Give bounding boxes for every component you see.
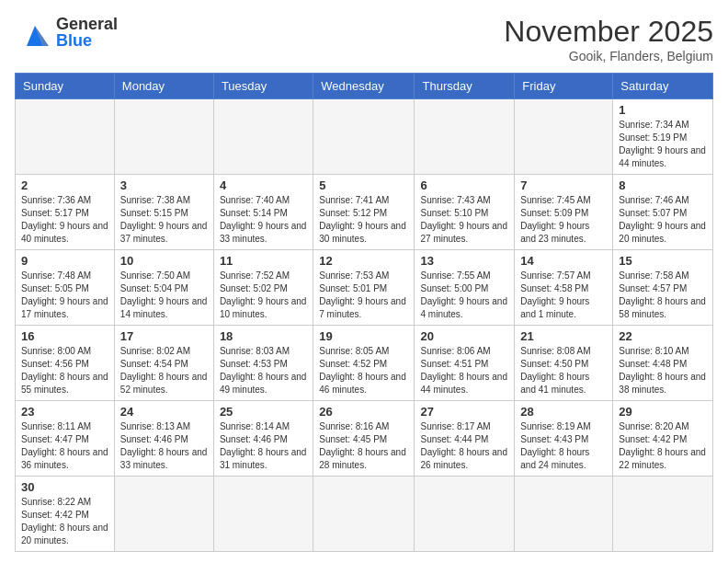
day-info: Sunrise: 7:58 AM Sunset: 4:57 PM Dayligh… [619,270,707,321]
calendar-cell [515,477,613,552]
day-info: Sunrise: 8:06 AM Sunset: 4:51 PM Dayligh… [420,345,508,396]
day-info: Sunrise: 7:46 AM Sunset: 5:07 PM Dayligh… [619,194,707,246]
calendar-cell [114,99,213,175]
day-info: Sunrise: 7:41 AM Sunset: 5:12 PM Dayligh… [319,194,408,246]
calendar-week-1: 2Sunrise: 7:36 AM Sunset: 5:17 PM Daylig… [16,175,713,250]
day-info: Sunrise: 8:17 AM Sunset: 4:44 PM Dayligh… [420,420,508,472]
logo-blue: Blue [56,32,118,49]
calendar-table: SundayMondayTuesdayWednesdayThursdayFrid… [15,73,713,552]
calendar-cell: 24Sunrise: 8:13 AM Sunset: 4:46 PM Dayli… [114,401,213,477]
day-number: 6 [420,178,508,192]
calendar-cell [16,99,115,175]
calendar-cell: 18Sunrise: 8:03 AM Sunset: 4:53 PM Dayli… [213,326,313,401]
calendar-cell: 15Sunrise: 7:58 AM Sunset: 4:57 PM Dayli… [613,250,713,326]
logo-general: General [56,16,118,32]
day-number: 18 [220,329,307,343]
day-info: Sunrise: 7:40 AM Sunset: 5:14 PM Dayligh… [220,194,307,246]
day-info: Sunrise: 7:43 AM Sunset: 5:10 PM Dayligh… [420,194,508,246]
day-info: Sunrise: 7:53 AM Sunset: 5:01 PM Dayligh… [319,270,408,321]
calendar-cell: 25Sunrise: 8:14 AM Sunset: 4:46 PM Dayli… [213,401,313,477]
header: General Blue November 2025 Gooik, Flande… [15,15,713,63]
day-number: 17 [120,329,208,343]
day-number: 3 [120,178,208,192]
calendar-cell: 27Sunrise: 8:17 AM Sunset: 4:44 PM Dayli… [415,401,515,477]
day-info: Sunrise: 8:08 AM Sunset: 4:50 PM Dayligh… [520,345,607,396]
day-info: Sunrise: 7:57 AM Sunset: 4:58 PM Dayligh… [520,270,607,321]
calendar-cell [313,477,415,552]
day-number: 19 [319,329,408,343]
day-number: 28 [520,405,607,419]
logo: General Blue [15,15,118,50]
calendar-cell: 28Sunrise: 8:19 AM Sunset: 4:43 PM Dayli… [515,401,613,477]
day-info: Sunrise: 8:11 AM Sunset: 4:47 PM Dayligh… [21,420,108,472]
subtitle: Gooik, Flanders, Belgium [504,49,713,63]
calendar-cell: 29Sunrise: 8:20 AM Sunset: 4:42 PM Dayli… [613,401,713,477]
calendar-cell [213,477,313,552]
calendar-cell [114,477,213,552]
weekday-header-wednesday: Wednesday [313,74,415,99]
calendar-cell [415,99,515,175]
day-info: Sunrise: 8:03 AM Sunset: 4:53 PM Dayligh… [220,345,307,396]
day-number: 1 [619,103,707,117]
day-number: 7 [520,178,607,192]
day-number: 30 [21,480,108,494]
calendar-cell: 22Sunrise: 8:10 AM Sunset: 4:48 PM Dayli… [613,326,713,401]
day-number: 25 [220,405,307,419]
weekday-header-friday: Friday [515,74,613,99]
calendar-cell: 12Sunrise: 7:53 AM Sunset: 5:01 PM Dayli… [313,250,415,326]
day-info: Sunrise: 7:34 AM Sunset: 5:19 PM Dayligh… [619,119,707,170]
calendar-cell [613,477,713,552]
day-info: Sunrise: 8:13 AM Sunset: 4:46 PM Dayligh… [120,420,208,472]
weekday-header-thursday: Thursday [415,74,515,99]
calendar-cell: 1Sunrise: 7:34 AM Sunset: 5:19 PM Daylig… [613,99,713,175]
day-info: Sunrise: 8:14 AM Sunset: 4:46 PM Dayligh… [220,420,307,472]
day-number: 12 [319,254,408,268]
day-number: 10 [120,254,208,268]
day-number: 16 [21,329,108,343]
calendar-cell: 13Sunrise: 7:55 AM Sunset: 5:00 PM Dayli… [415,250,515,326]
calendar-week-0: 1Sunrise: 7:34 AM Sunset: 5:19 PM Daylig… [16,99,713,175]
day-number: 27 [420,405,508,419]
day-number: 24 [120,405,208,419]
day-info: Sunrise: 8:10 AM Sunset: 4:48 PM Dayligh… [619,345,707,396]
day-info: Sunrise: 7:50 AM Sunset: 5:04 PM Dayligh… [120,270,208,321]
calendar-cell: 20Sunrise: 8:06 AM Sunset: 4:51 PM Dayli… [415,326,515,401]
calendar-cell [313,99,415,175]
calendar-cell: 11Sunrise: 7:52 AM Sunset: 5:02 PM Dayli… [213,250,313,326]
day-number: 20 [420,329,508,343]
day-number: 9 [21,254,108,268]
calendar-cell: 4Sunrise: 7:40 AM Sunset: 5:14 PM Daylig… [213,175,313,250]
calendar-cell: 8Sunrise: 7:46 AM Sunset: 5:07 PM Daylig… [613,175,713,250]
day-info: Sunrise: 8:00 AM Sunset: 4:56 PM Dayligh… [21,345,108,396]
calendar-week-4: 23Sunrise: 8:11 AM Sunset: 4:47 PM Dayli… [16,401,713,477]
calendar-cell [213,99,313,175]
calendar-week-3: 16Sunrise: 8:00 AM Sunset: 4:56 PM Dayli… [16,326,713,401]
day-number: 4 [220,178,307,192]
day-info: Sunrise: 7:38 AM Sunset: 5:15 PM Dayligh… [120,194,208,246]
weekday-header-row: SundayMondayTuesdayWednesdayThursdayFrid… [16,74,713,99]
day-number: 23 [21,405,108,419]
calendar-cell: 23Sunrise: 8:11 AM Sunset: 4:47 PM Dayli… [16,401,115,477]
calendar-cell: 3Sunrise: 7:38 AM Sunset: 5:15 PM Daylig… [114,175,213,250]
calendar-cell: 7Sunrise: 7:45 AM Sunset: 5:09 PM Daylig… [515,175,613,250]
weekday-header-monday: Monday [114,74,213,99]
main-title: November 2025 [504,15,713,49]
day-info: Sunrise: 7:45 AM Sunset: 5:09 PM Dayligh… [520,194,607,246]
logo-text: General Blue [56,16,118,49]
calendar-cell: 26Sunrise: 8:16 AM Sunset: 4:45 PM Dayli… [313,401,415,477]
weekday-header-saturday: Saturday [613,74,713,99]
logo-icon [17,15,52,50]
logo-svg [17,15,52,50]
calendar-cell: 19Sunrise: 8:05 AM Sunset: 4:52 PM Dayli… [313,326,415,401]
calendar-cell: 10Sunrise: 7:50 AM Sunset: 5:04 PM Dayli… [114,250,213,326]
day-info: Sunrise: 8:16 AM Sunset: 4:45 PM Dayligh… [319,420,408,472]
day-number: 2 [21,178,108,192]
day-info: Sunrise: 8:05 AM Sunset: 4:52 PM Dayligh… [319,345,408,396]
day-number: 21 [520,329,607,343]
day-number: 8 [619,178,707,192]
day-info: Sunrise: 8:02 AM Sunset: 4:54 PM Dayligh… [120,345,208,396]
calendar-cell: 14Sunrise: 7:57 AM Sunset: 4:58 PM Dayli… [515,250,613,326]
calendar-cell: 5Sunrise: 7:41 AM Sunset: 5:12 PM Daylig… [313,175,415,250]
calendar-cell [415,477,515,552]
day-info: Sunrise: 7:52 AM Sunset: 5:02 PM Dayligh… [220,270,307,321]
